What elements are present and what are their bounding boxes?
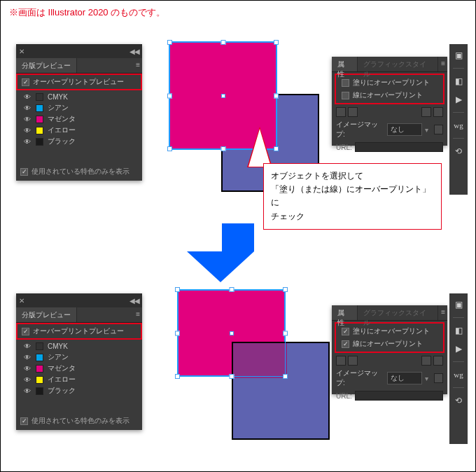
fill-overprint-checkbox-top[interactable] — [342, 79, 349, 87]
link-icon[interactable]: ⟲ — [455, 394, 462, 408]
separation-list: 👁CMYK👁シアン👁マゼンタ👁イエロー👁ブラック — [16, 340, 142, 397]
right-toolbar-bottom: ▣ ◧ ▶ wg ⟲ — [449, 293, 468, 444]
only-used-checkbox[interactable] — [20, 168, 28, 176]
browser-icon[interactable] — [434, 373, 443, 383]
color-swatch — [36, 127, 43, 134]
overprint-preview-label: オーバープリントプレビュー — [33, 77, 124, 87]
separation-name: マゼンタ — [48, 114, 76, 124]
overprint-preview-checkbox[interactable] — [22, 78, 29, 86]
color-icon[interactable]: ◧ — [455, 74, 463, 88]
separation-item[interactable]: 👁マゼンタ — [19, 113, 139, 125]
stroke-overprint-checkbox-bottom[interactable] — [342, 340, 349, 348]
tab-graphic-styles[interactable]: グラフィックスタイル — [358, 57, 438, 71]
only-used-checkbox[interactable] — [20, 417, 28, 425]
overprint-preview-label: オーバープリントプレビュー — [33, 326, 124, 336]
separation-item[interactable]: 👁ブラック — [19, 385, 139, 396]
callout-box: オブジェクトを選択して 「塗り（または線）にオーバープリント」に チェック — [263, 163, 442, 230]
selection-bottom[interactable] — [177, 289, 286, 377]
color-icon[interactable]: ◧ — [455, 324, 463, 338]
color-swatch — [36, 93, 43, 101]
visibility-eye-icon[interactable]: 👁 — [23, 342, 31, 350]
close-icon[interactable]: ✕ — [19, 48, 24, 55]
overprint-preview-row[interactable]: オーバープリントプレビュー — [16, 74, 142, 90]
imagemap-select[interactable]: なし — [387, 123, 422, 136]
play-icon[interactable]: ▶ — [456, 92, 462, 106]
hide-center-button[interactable] — [348, 356, 358, 366]
only-used-spot-row[interactable]: 使用されている特色のみを表示 — [20, 416, 130, 426]
separation-item[interactable]: 👁ブラック — [19, 136, 139, 147]
hide-center-button[interactable] — [348, 107, 358, 117]
panel-menu-icon[interactable]: ≡ — [133, 58, 142, 73]
separation-name: シアン — [48, 103, 69, 113]
separation-item[interactable]: 👁CMYK — [19, 340, 139, 352]
tab-attributes[interactable]: 属性 — [332, 57, 358, 71]
separation-name: ブラック — [48, 386, 76, 396]
visibility-eye-icon[interactable]: 👁 — [23, 387, 31, 395]
attributes-panel-top: 属性 グラフィックスタイル ≡ 塗りにオーバープリント 線にオーバープリント イ… — [332, 57, 447, 146]
panel-menu-icon[interactable]: ≡ — [133, 307, 142, 322]
tab-separations-preview[interactable]: 分版プレビュー — [16, 307, 77, 322]
visibility-eye-icon[interactable]: 👁 — [23, 126, 31, 134]
color-swatch — [36, 387, 43, 395]
show-center-button[interactable] — [336, 107, 346, 117]
properties-icon[interactable]: ▣ — [455, 298, 463, 312]
callout-line1: オブジェクトを選択して — [271, 169, 434, 183]
imagemap-select[interactable]: なし — [387, 372, 422, 384]
properties-icon[interactable]: ▣ — [455, 48, 463, 62]
url-label: URL: — [336, 144, 352, 151]
visibility-eye-icon[interactable]: 👁 — [23, 137, 31, 146]
only-used-spot-row[interactable]: 使用されている特色のみを表示 — [20, 167, 130, 176]
separation-name: イエロー — [48, 125, 76, 135]
visibility-eye-icon[interactable]: 👁 — [23, 104, 31, 112]
canvas-bottom — [169, 289, 330, 450]
visibility-eye-icon[interactable]: 👁 — [23, 353, 31, 361]
down-arrow — [204, 223, 272, 282]
color-swatch — [36, 376, 43, 384]
separation-item[interactable]: 👁イエロー — [19, 374, 139, 385]
visibility-eye-icon[interactable]: 👁 — [23, 92, 31, 101]
separation-item[interactable]: 👁イエロー — [19, 125, 139, 136]
stroke-overprint-checkbox-top[interactable] — [342, 92, 349, 99]
close-icon[interactable]: ✕ — [19, 297, 24, 305]
color-swatch — [36, 354, 43, 361]
separation-name: CMYK — [48, 93, 68, 101]
visibility-eye-icon[interactable]: 👁 — [23, 115, 31, 123]
fill-overprint-label: 塗りにオーバープリント — [353, 326, 430, 336]
winding-rule-button[interactable] — [433, 356, 443, 366]
panel-menu-icon[interactable]: ≡ — [438, 305, 447, 320]
only-used-label: 使用されている特色のみを表示 — [31, 416, 130, 426]
panel-menu-icon[interactable]: ≡ — [438, 57, 447, 71]
color-swatch — [36, 104, 43, 112]
separation-item[interactable]: 👁CMYK — [19, 91, 139, 102]
url-input[interactable] — [355, 391, 443, 401]
separation-item[interactable]: 👁マゼンタ — [19, 363, 139, 374]
url-label: URL: — [336, 392, 352, 400]
overprint-preview-checkbox[interactable] — [22, 328, 29, 335]
type-icon[interactable]: wg — [454, 368, 463, 382]
visibility-eye-icon[interactable]: 👁 — [23, 375, 31, 384]
tab-separations-preview[interactable]: 分版プレビュー — [16, 58, 77, 73]
browser-icon[interactable] — [434, 125, 443, 134]
collapse-icon[interactable]: ◀◀ — [130, 297, 139, 305]
play-icon[interactable]: ▶ — [456, 342, 462, 356]
separation-item[interactable]: 👁シアン — [19, 352, 139, 363]
collapse-icon[interactable]: ◀◀ — [130, 48, 139, 55]
overprint-preview-row[interactable]: オーバープリントプレビュー — [16, 323, 142, 340]
fill-overprint-checkbox-bottom[interactable] — [342, 328, 349, 335]
color-swatch — [36, 342, 43, 350]
link-icon[interactable]: ⟲ — [455, 144, 462, 158]
overprint-options: 塗りにオーバープリント 線にオーバープリント — [335, 74, 444, 104]
url-input[interactable] — [355, 142, 443, 152]
imagemap-label: イメージマップ: — [336, 120, 384, 139]
reverse-path-button[interactable] — [421, 356, 431, 366]
separation-item[interactable]: 👁シアン — [19, 102, 139, 113]
type-icon[interactable]: wg — [454, 118, 463, 132]
separation-name: シアン — [48, 352, 69, 362]
winding-rule-button[interactable] — [433, 107, 443, 117]
show-center-button[interactable] — [336, 356, 346, 366]
tab-graphic-styles[interactable]: グラフィックスタイル — [358, 305, 438, 320]
reverse-path-button[interactable] — [421, 107, 431, 117]
visibility-eye-icon[interactable]: 👁 — [23, 364, 31, 373]
tab-attributes[interactable]: 属性 — [332, 305, 358, 320]
right-toolbar-top: ▣ ◧ ▶ wg ⟲ — [449, 44, 468, 195]
